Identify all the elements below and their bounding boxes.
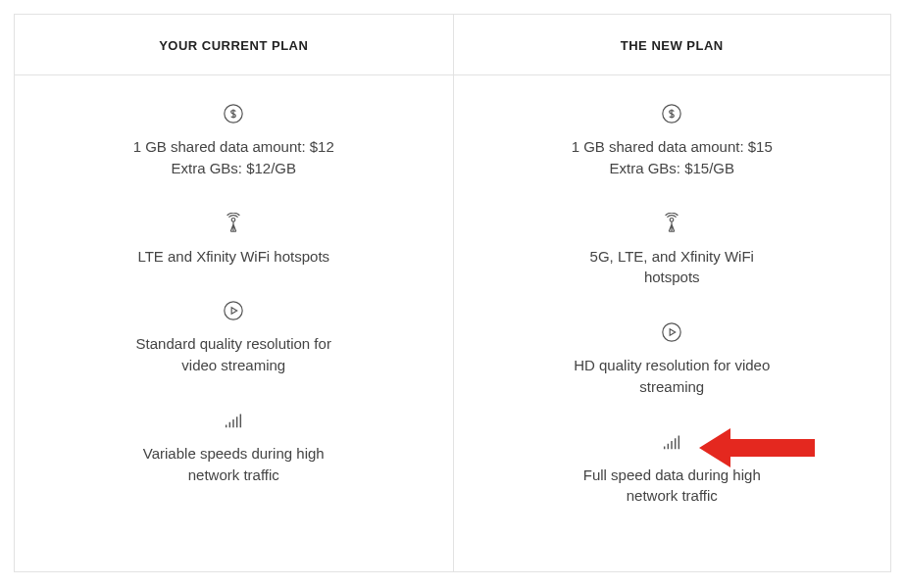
play-icon: [513, 321, 832, 345]
feature-text: HD quality resolution for video: [513, 355, 832, 376]
feature-row: LTE and Xfinity WiFi hotspots: [74, 213, 394, 268]
feature-row: Standard quality resolution for video st…: [74, 300, 394, 376]
column-body: 1 GB shared data amount: $12 Extra GBs: …: [15, 75, 453, 571]
plan-comparison-table: YOUR CURRENT PLAN 1 GB shared data amoun…: [14, 14, 891, 572]
feature-text: network traffic: [513, 485, 832, 507]
feature-text: hotspots: [513, 267, 832, 288]
column-new-plan: THE NEW PLAN 1 GB shared data amount: $1…: [453, 15, 891, 571]
svg-point-4: [670, 218, 674, 221]
feature-row: HD quality resolution for video streamin…: [513, 321, 832, 398]
signal-icon: [74, 410, 394, 433]
tower-icon: [513, 213, 832, 236]
feature-row: 1 GB shared data amount: $15 Extra GBs: …: [513, 103, 832, 179]
feature-text: Extra GBs: $15/GB: [513, 158, 832, 179]
column-current-plan: YOUR CURRENT PLAN 1 GB shared data amoun…: [15, 15, 453, 571]
feature-text: 1 GB shared data amount: $15: [513, 136, 832, 158]
column-header: YOUR CURRENT PLAN: [15, 15, 453, 75]
feature-text: 1 GB shared data amount: $12: [74, 136, 394, 158]
play-icon: [74, 300, 394, 323]
feature-text: Standard quality resolution for: [74, 333, 394, 355]
feature-text: Extra GBs: $12/GB: [74, 158, 394, 179]
tower-icon: [74, 213, 394, 236]
column-body: 1 GB shared data amount: $15 Extra GBs: …: [454, 75, 891, 571]
feature-text: LTE and Xfinity WiFi hotspots: [74, 246, 394, 268]
feature-row: Full speed data during high network traf…: [513, 431, 832, 508]
dollar-icon: [74, 103, 394, 126]
column-header: THE NEW PLAN: [454, 15, 891, 75]
feature-text: streaming: [513, 376, 832, 398]
svg-point-5: [663, 323, 680, 341]
feature-row: 1 GB shared data amount: $12 Extra GBs: …: [74, 103, 394, 179]
feature-row: Variable speeds during high network traf…: [74, 410, 394, 486]
feature-text: network traffic: [74, 465, 394, 486]
svg-point-1: [231, 218, 235, 221]
feature-text: Variable speeds during high: [74, 443, 394, 465]
dollar-icon: [513, 103, 832, 126]
feature-text: video streaming: [74, 355, 394, 376]
feature-row: 5G, LTE, and Xfinity WiFi hotspots: [513, 213, 832, 289]
feature-text: Full speed data during high: [513, 465, 832, 486]
svg-point-2: [225, 302, 242, 319]
feature-text: 5G, LTE, and Xfinity WiFi: [513, 246, 832, 268]
signal-icon: [513, 431, 832, 455]
